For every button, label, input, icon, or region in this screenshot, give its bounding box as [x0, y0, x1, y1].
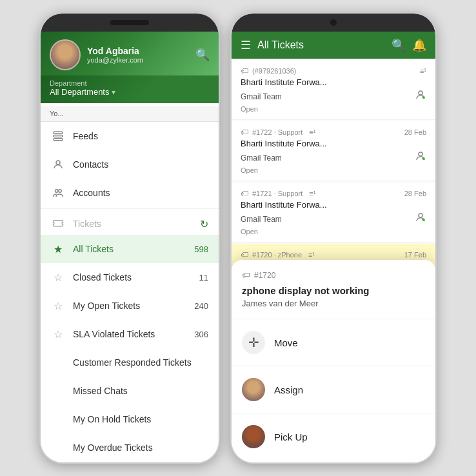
- profile-email: yoda@zylker.com: [87, 56, 189, 64]
- missed-chats-label: Missed Chats: [73, 386, 208, 396]
- ticket-status: Open: [241, 166, 426, 174]
- popup-ticket-num: #1720: [254, 271, 275, 280]
- sidebar-item-customer-responded[interactable]: Customer Responded Tickets: [41, 348, 219, 377]
- popup-ticket-meta: 🏷 #1720: [232, 270, 435, 285]
- ticket-date: 28 Feb: [404, 128, 426, 136]
- svg-rect-0: [54, 132, 63, 134]
- ticket-container: 🏷 (#979261036) ≡¹ Bharti Institute Forwa…: [232, 59, 435, 462]
- pickup-avatar: [242, 425, 265, 448]
- sidebar-item-on-hold[interactable]: My On Hold Tickets: [41, 405, 219, 433]
- accounts-label: Accounts: [73, 188, 208, 198]
- ticket-meta: 🏷 #1721 · Support ≡¹ 28 Feb: [241, 189, 426, 198]
- assign-icon[interactable]: [415, 212, 426, 226]
- popup-subtitle: James van der Meer: [232, 299, 435, 316]
- sidebar-item-missed-chats[interactable]: Missed Chats: [41, 377, 219, 405]
- ticket-date: 28 Feb: [404, 190, 426, 197]
- menu-icon[interactable]: ☰: [241, 38, 251, 52]
- ticket-item[interactable]: 🏷 #1722 · Support ≡¹ 28 Feb Bharti Insti…: [232, 121, 435, 181]
- tag-icon: 🏷: [241, 66, 248, 75]
- svg-point-8: [419, 213, 422, 217]
- sidebar-item-overdue[interactable]: My Overdue Tickets: [41, 433, 219, 462]
- thread-count: ≡¹: [420, 67, 426, 75]
- svg-point-3: [56, 161, 60, 164]
- profile-name: Yod Agbaria: [87, 46, 189, 56]
- sidebar-item-settings[interactable]: ⚙ Settings: [41, 462, 219, 462]
- popup-title: zphone display not working: [232, 285, 435, 299]
- header-bell-icon[interactable]: 🔔: [412, 38, 426, 52]
- tickets-header: ☰ All Tickets 🔍 🔔: [232, 32, 435, 59]
- ticket-title: Bharti Institute Forwa...: [241, 200, 426, 210]
- popup-divider: [232, 366, 435, 366]
- header-search-icon[interactable]: 🔍: [392, 38, 406, 52]
- popup-action-pickup[interactable]: Pick Up: [232, 416, 435, 457]
- all-tickets-label: All Tickets: [73, 244, 186, 254]
- popup-pickup-label: Pick Up: [274, 431, 308, 442]
- on-hold-label: My On Hold Tickets: [73, 414, 208, 424]
- all-tickets-count: 598: [194, 244, 208, 254]
- tickets-page-title: All Tickets: [257, 39, 385, 51]
- sidebar-item-closed-tickets[interactable]: ☆ Closed Tickets 11: [41, 263, 219, 292]
- placeholder-icon-4: [51, 441, 65, 455]
- overdue-label: My Overdue Tickets: [73, 442, 208, 453]
- svg-point-7: [419, 152, 422, 156]
- ticket-meta: 🏷 (#979261036) ≡¹: [241, 66, 426, 75]
- sidebar-item-contacts[interactable]: Contacts: [41, 150, 219, 179]
- ticket-row2: Gmail Team: [241, 150, 426, 165]
- placeholder-icon-2: [51, 384, 65, 398]
- refresh-icon[interactable]: ↻: [200, 218, 208, 230]
- ticket-title: Bharti Institute Forwa...: [241, 77, 426, 87]
- ticket-status: Open: [241, 105, 426, 113]
- svg-rect-2: [54, 139, 63, 141]
- placeholder-icon: [51, 355, 65, 370]
- my-open-tickets-label: My Open Tickets: [73, 301, 186, 311]
- tickets-section-label: Tickets: [73, 219, 192, 229]
- ticket-item[interactable]: 🏷 #1721 · Support ≡¹ 28 Feb Bharti Insti…: [232, 183, 435, 243]
- assign-icon[interactable]: [415, 89, 426, 104]
- popup-move-label: Move: [274, 337, 298, 348]
- closed-tickets-label: Closed Tickets: [73, 272, 192, 283]
- ticket-row2: Gmail Team: [241, 212, 426, 226]
- sidebar-item-accounts[interactable]: Accounts: [41, 179, 219, 207]
- dept-name: All Departments: [50, 87, 109, 97]
- ticket-meta: 🏷 #1722 · Support ≡¹ 28 Feb: [241, 128, 426, 137]
- feeds-label: Feeds: [73, 131, 208, 141]
- action-popup: 🏷 #1720 zphone display not working James…: [232, 260, 435, 462]
- thread-count: ≡¹: [308, 251, 315, 259]
- customer-responded-label: Customer Responded Tickets: [73, 357, 208, 368]
- star-filled-icon: ★: [51, 242, 65, 256]
- ticket-row2: Gmail Team: [241, 89, 426, 104]
- sidebar-item-all-tickets[interactable]: ★ All Tickets 598: [41, 235, 219, 263]
- thread-count: ≡¹: [309, 128, 315, 136]
- sidebar-item-my-open-tickets[interactable]: ☆ My Open Tickets 240: [41, 292, 219, 320]
- thread-count: ≡¹: [309, 190, 315, 197]
- sidebar-item-feeds[interactable]: Feeds: [41, 122, 219, 150]
- placeholder-icon-3: [51, 412, 65, 426]
- contacts-label: Contacts: [73, 159, 208, 170]
- popup-action-move[interactable]: ✛ Move: [232, 322, 435, 363]
- chevron-down-icon: ▾: [112, 88, 115, 97]
- popup-ticket-icon: 🏷: [242, 270, 250, 280]
- tickets-section-header: Tickets ↻: [41, 210, 219, 235]
- search-icon[interactable]: 🔍: [195, 48, 210, 62]
- popup-action-assign[interactable]: Assign: [232, 369, 435, 410]
- camera-dot: [330, 19, 337, 26]
- right-phone: ☰ All Tickets 🔍 🔔 🏷 (#979261036) ≡¹ Bhar…: [230, 12, 437, 464]
- assign-avatar: [242, 378, 265, 401]
- popup-divider: [232, 319, 435, 319]
- move-icon: ✛: [242, 331, 265, 354]
- tag-icon: 🏷: [241, 128, 248, 137]
- assign-icon[interactable]: [415, 150, 426, 165]
- ticket-number: #1722 · Support: [252, 128, 302, 136]
- avatar: [50, 39, 81, 70]
- profile-info: Yod Agbaria yoda@zylker.com: [87, 46, 189, 64]
- ticket-number: #1721 · Support: [252, 190, 302, 197]
- svg-point-6: [419, 91, 422, 95]
- dept-value[interactable]: All Departments ▾: [50, 87, 210, 97]
- ticket-item[interactable]: 🏷 (#979261036) ≡¹ Bharti Institute Forwa…: [232, 60, 435, 120]
- left-phone: Yod Agbaria yoda@zylker.com 🔍 Department…: [39, 12, 220, 464]
- department-section: Department All Departments ▾: [41, 75, 219, 103]
- accounts-icon: [51, 186, 65, 200]
- feeds-icon: [51, 129, 65, 143]
- dept-label: Department: [50, 79, 210, 87]
- sidebar-item-sla-violated[interactable]: ☆ SLA Violated Tickets 306: [41, 320, 219, 348]
